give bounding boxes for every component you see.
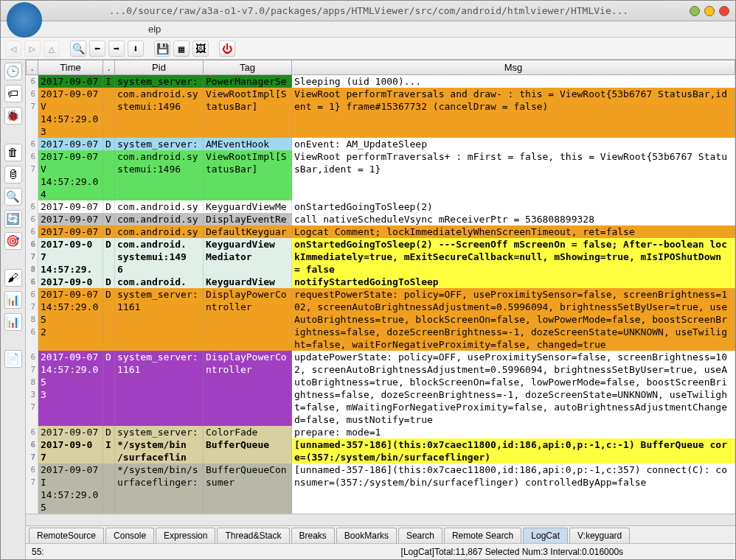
tab-breaks[interactable]: Breaks — [291, 528, 335, 543]
database-icon[interactable]: 🛢 — [4, 166, 22, 183]
tb-nav-up[interactable]: △ — [44, 41, 60, 57]
clock-icon[interactable]: 🕒 — [4, 63, 22, 80]
tab-expression[interactable]: Expression — [156, 528, 215, 543]
chart2-icon[interactable]: 📊 — [4, 313, 22, 331]
log-row[interactable]: 62017-09-07Dcom.android.syKeyguardViewMe… — [27, 200, 735, 213]
status-right: [LogCat]Total:11,867 Selected Num:3 Inte… — [150, 547, 624, 557]
log-row[interactable]: 62017-09-07Dsystem_server:ColorFadeprepa… — [27, 426, 735, 438]
col-n[interactable]: . — [27, 60, 38, 75]
trash-icon[interactable]: 🗑 — [4, 144, 22, 161]
tab-thread&stack[interactable]: Thread&Stack — [217, 528, 289, 543]
arrow-right-icon[interactable]: ➡ — [108, 41, 125, 57]
log-row[interactable]: 62017-09-07Isystem_server:PowerManagerSe… — [27, 75, 735, 88]
target-icon[interactable]: 🎯 — [4, 232, 22, 250]
tab-v:keyguard[interactable]: V:keyguard — [569, 528, 630, 543]
log-row[interactable]: 6 7 8 62017-09-07 14:57:29.05 2Dsystem_s… — [27, 288, 735, 351]
minimize-button[interactable] — [690, 6, 700, 16]
tab-remotesource[interactable]: RemoteSource — [29, 528, 104, 543]
log-row[interactable]: 62017-09-07Dcom.android.syDefaultKeyguar… — [27, 225, 735, 238]
log-row[interactable]: 62017-09-0Dcom.android.KeyguardViewnotif… — [27, 276, 735, 288]
status-bar: 55: [LogCat]Total:11,867 Selected Num:3 … — [26, 543, 735, 559]
col-pid[interactable]: Pid — [115, 60, 204, 75]
horizontal-scrollbar[interactable] — [26, 514, 735, 525]
side-toolbar: 🕒 🏷 🐞 🗑 🛢 🔍 🔄 🎯 🖌 📊 📊 📄 — [1, 60, 26, 559]
log-grid[interactable]: . Time . Pid Tag Msg 62017-09-07Isystem_… — [26, 60, 735, 514]
tab-remote search[interactable]: Remote Search — [444, 528, 521, 543]
tab-search[interactable]: Search — [398, 528, 442, 543]
tag-icon[interactable]: 🏷 — [4, 85, 22, 102]
note-icon[interactable]: 📄 — [4, 350, 22, 368]
log-row[interactable]: 6 72017-09-07 V 14:57:29.04com.android.s… — [27, 150, 735, 200]
bug-icon[interactable]: 🐞 — [4, 107, 22, 125]
col-time[interactable]: Time — [38, 60, 103, 75]
log-row[interactable]: 62017-09-07Dsystem_server:AMEventHookonE… — [27, 138, 735, 150]
tab-console[interactable]: Console — [105, 528, 154, 543]
menubar: elp — [1, 21, 735, 38]
export-icon[interactable]: ⬇ — [128, 41, 144, 57]
tab-bookmarks[interactable]: BookMarks — [336, 528, 397, 543]
log-row[interactable]: 6 72017-09-0 7I*/system/bin /surfaceflin… — [27, 438, 735, 463]
search-side-icon[interactable]: 🔍 — [4, 188, 22, 206]
col-msg[interactable]: Msg — [292, 60, 735, 75]
log-row[interactable]: 6 72017-09-07 I 14:57:29.05*/system/bin/… — [27, 463, 735, 514]
search-icon[interactable]: 🔍 — [70, 41, 86, 57]
close-button[interactable] — [719, 6, 729, 16]
save-icon[interactable]: 💾 — [154, 41, 170, 57]
toolbar: ◁ ▷ △ 🔍 ⬅ ➡ ⬇ 💾 ▦ 🖼 ⏻ — [1, 38, 735, 60]
bottom-tabs: RemoteSourceConsoleExpressionThread&Stac… — [26, 525, 735, 543]
tab-logcat[interactable]: LogCat — [523, 528, 568, 543]
log-row[interactable]: 6 7 82017-09-0 7 14:57:29.Dcom.android. … — [27, 238, 735, 276]
arrow-left-icon[interactable]: ⬅ — [89, 41, 105, 57]
window-title: ...0/source/raw/a3a-o1-v7.0/packages/app… — [48, 5, 690, 16]
chart-icon[interactable]: 📊 — [4, 291, 22, 309]
status-left: 55: — [32, 547, 44, 557]
titlebar: ...0/source/raw/a3a-o1-v7.0/packages/app… — [1, 1, 735, 21]
refresh-icon[interactable]: 🔄 — [4, 210, 22, 228]
image-icon[interactable]: 🖼 — [192, 41, 209, 57]
log-row[interactable]: 62017-09-07Vcom.android.syDisplayEventRe… — [27, 213, 735, 225]
grid-header-row: . Time . Pid Tag Msg — [27, 60, 735, 75]
grid-icon[interactable]: ▦ — [173, 41, 190, 57]
power-icon[interactable]: ⏻ — [219, 41, 235, 57]
col-tag[interactable]: Tag — [204, 60, 292, 75]
log-row[interactable]: 6 72017-09-07 V 14:57:29.03com.android.s… — [27, 88, 735, 138]
col-lv[interactable]: . — [103, 60, 115, 75]
tb-nav-back[interactable]: ◁ — [5, 41, 21, 57]
maximize-button[interactable] — [704, 6, 715, 16]
tb-nav-fwd[interactable]: ▷ — [24, 41, 41, 57]
paint-icon[interactable]: 🖌 — [4, 269, 22, 287]
window-controls — [690, 6, 729, 16]
log-row[interactable]: 6 7 8 3 72017-09-07 14:57:29.05 3Dsystem… — [27, 351, 735, 426]
app-logo-icon — [7, 2, 42, 38]
menu-help[interactable]: elp — [148, 24, 161, 35]
